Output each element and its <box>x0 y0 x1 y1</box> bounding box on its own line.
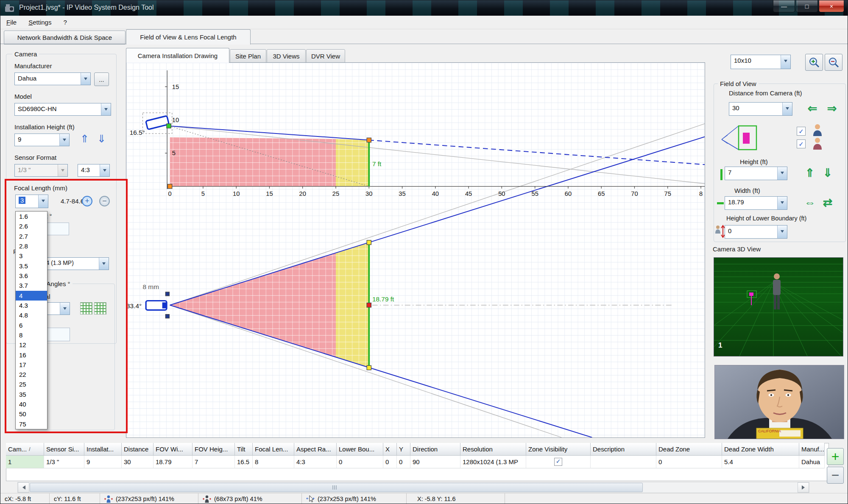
grid-tool-icon[interactable] <box>94 302 106 315</box>
tab-site-plan[interactable]: Site Plan <box>230 49 266 63</box>
chevron-down-icon[interactable] <box>59 134 69 146</box>
focal-length-option[interactable]: 2.7 <box>16 231 47 241</box>
focal-length-option[interactable]: 50 <box>16 409 47 419</box>
column-header[interactable]: FOV Wi... <box>153 443 192 456</box>
column-header[interactable]: FOV Heig... <box>192 443 235 456</box>
model-select[interactable]: SD6980C-HN <box>14 103 111 116</box>
fov-height-up-button[interactable]: ⇑ <box>801 167 819 179</box>
chevron-down-icon[interactable] <box>100 164 109 176</box>
column-header[interactable]: Description <box>591 443 656 456</box>
column-header[interactable]: Sensor Si... <box>44 443 84 456</box>
focal-length-option[interactable]: 17 <box>16 360 47 370</box>
focal-length-option[interactable]: 35 <box>16 390 47 399</box>
zoom-out-button[interactable] <box>825 54 842 71</box>
focal-length-option[interactable]: 2.6 <box>16 221 47 231</box>
chevron-down-icon[interactable] <box>777 197 787 209</box>
chevron-down-icon[interactable] <box>777 226 787 238</box>
column-header[interactable]: Zone Visibility <box>526 443 591 456</box>
focal-length-dropdown-list[interactable]: 1.62.62.72.833.53.63.744.34.868121617222… <box>15 211 47 429</box>
horizontal-scrollbar[interactable] <box>17 482 809 493</box>
add-camera-button[interactable]: + <box>827 448 844 465</box>
focal-length-option[interactable]: 3 <box>16 251 47 261</box>
focal-length-select[interactable]: 3 <box>15 195 48 208</box>
column-header[interactable]: Manuf... <box>799 443 825 456</box>
fov-width-expand-button[interactable]: ⇔ <box>801 197 819 209</box>
chevron-down-icon[interactable] <box>81 73 90 85</box>
installation-drawing-canvas[interactable]: 0510152025303540455055606570758 15105 16… <box>126 62 705 438</box>
focal-length-option[interactable]: 1.6 <box>16 212 47 221</box>
manufacturer-select[interactable]: Dahua <box>14 72 91 85</box>
focal-length-option[interactable]: 12 <box>16 340 47 350</box>
fov-height-down-button[interactable]: ⇓ <box>819 167 837 179</box>
fov-height-select[interactable]: 7 <box>725 167 787 180</box>
browse-manufacturer-button[interactable]: ... <box>94 72 109 86</box>
focal-length-option[interactable]: 2.8 <box>16 241 47 251</box>
column-header[interactable]: Distance <box>122 443 153 456</box>
camera-handle[interactable] <box>167 124 171 128</box>
scroll-right-button[interactable] <box>798 482 809 493</box>
tab-camera-installation-drawing[interactable]: Camera Installation Drawing <box>126 48 229 63</box>
grid-tool-icon[interactable] <box>80 302 92 315</box>
column-header[interactable]: Tilt <box>235 443 253 456</box>
column-header[interactable]: Dead Zone Width <box>722 443 799 456</box>
origin-handle[interactable] <box>168 184 172 189</box>
focal-length-option[interactable]: 40 <box>16 399 47 409</box>
tab-network-bandwidth[interactable]: Network Bandwidth & Disk Space <box>4 31 126 45</box>
menu-settings[interactable]: Settings <box>22 19 57 26</box>
distance-select[interactable]: 30 <box>729 102 792 116</box>
tab-dvr-view[interactable]: DVR View <box>306 49 345 63</box>
column-header[interactable]: Direction <box>410 443 460 456</box>
maximize-button[interactable]: □ <box>796 0 818 12</box>
chevron-down-icon[interactable] <box>777 167 787 180</box>
show-person2-checkbox[interactable]: ✓ <box>797 139 806 148</box>
plan-bottom-handle[interactable] <box>367 365 371 370</box>
chevron-down-icon[interactable] <box>38 195 48 208</box>
focal-length-option[interactable]: 25 <box>16 379 47 389</box>
column-header[interactable]: Installat... <box>84 443 122 456</box>
zoom-in-button[interactable] <box>805 54 823 71</box>
chevron-down-icon[interactable] <box>99 258 109 270</box>
column-header[interactable]: Lower Bou... <box>337 443 383 456</box>
plan-center-handle[interactable] <box>367 303 371 307</box>
menu-help[interactable]: ? <box>57 19 73 26</box>
focal-length-option[interactable]: 4.8 <box>16 310 47 320</box>
column-header[interactable]: Y <box>397 443 410 456</box>
table-data-row[interactable]: 11/3 "93018.79716.584:3000901280x1024 (1… <box>6 456 825 468</box>
show-person-checkbox[interactable]: ✓ <box>797 127 806 136</box>
distance-decrease-button[interactable]: ⇐ <box>803 103 821 114</box>
focal-length-option[interactable]: 16 <box>16 350 47 359</box>
column-header[interactable]: X <box>383 443 397 456</box>
column-header[interactable]: Resolution <box>460 443 526 456</box>
chevron-down-icon[interactable] <box>101 103 111 115</box>
column-header[interactable]: Focal Len... <box>253 443 294 456</box>
focal-length-option[interactable]: 6 <box>16 320 47 330</box>
tab-3d-views[interactable]: 3D Views <box>267 49 306 63</box>
distance-increase-button[interactable]: ⇒ <box>823 103 841 114</box>
focal-length-option[interactable]: 3.6 <box>16 271 47 281</box>
focal-zoom-out-button[interactable]: − <box>99 196 110 206</box>
menu-file[interactable]: File <box>0 19 22 26</box>
focal-length-option[interactable]: 3.5 <box>16 261 47 271</box>
focal-length-option[interactable]: 75 <box>16 419 47 429</box>
camera-3d-view[interactable]: 1 <box>714 257 843 356</box>
minimize-button[interactable]: — <box>773 0 795 12</box>
cone-edge-handle[interactable] <box>165 292 169 296</box>
tab-field-of-view[interactable]: Field of View & Lens Focal Length <box>126 29 251 45</box>
grid-size-select[interactable]: 10x10 <box>731 55 791 69</box>
chevron-down-icon[interactable] <box>782 103 792 115</box>
side-top-handle[interactable] <box>367 138 371 142</box>
column-header[interactable]: Aspect Ra... <box>294 443 337 456</box>
height-up-arrow-button[interactable]: ⇑ <box>80 134 89 144</box>
installation-height-select[interactable]: 9 <box>14 134 70 146</box>
lower-boundary-select[interactable]: 0 <box>725 225 787 239</box>
column-header[interactable]: Cam.../ <box>6 443 44 456</box>
chevron-down-icon[interactable] <box>781 55 790 69</box>
focal-zoom-in-button[interactable]: + <box>82 196 92 206</box>
plan-top-handle[interactable] <box>367 240 371 245</box>
focal-length-option[interactable]: 8 <box>16 330 47 340</box>
chevron-down-icon[interactable] <box>60 303 70 315</box>
scroll-left-button[interactable] <box>18 482 29 493</box>
focal-length-option[interactable]: 4.3 <box>16 301 47 310</box>
focal-length-option[interactable]: 4 <box>16 291 47 301</box>
focal-length-option[interactable]: 3.7 <box>16 281 47 290</box>
